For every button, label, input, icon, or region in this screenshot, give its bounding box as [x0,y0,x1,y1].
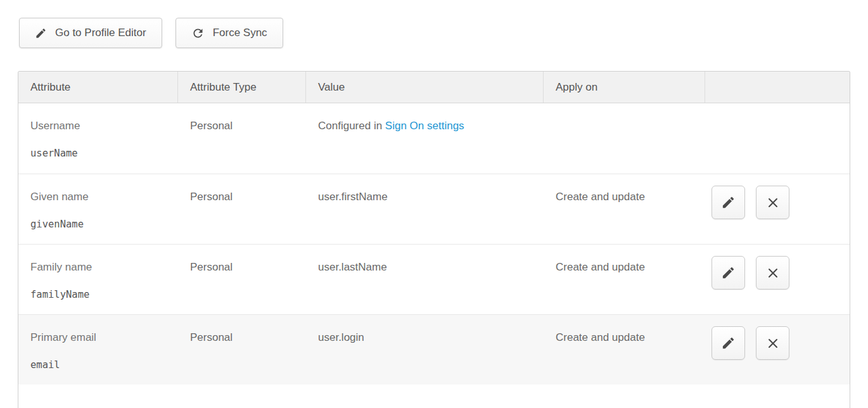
attribute-mapping-table: Attribute Attribute Type Value Apply on … [18,71,850,408]
edit-attribute-button[interactable] [712,326,745,360]
apply-on-cell: Create and update [544,315,705,385]
header-actions [705,72,850,103]
actions-cell [705,315,850,385]
pencil-icon [721,195,736,210]
header-value: Value [306,72,544,103]
actions-cell [705,174,850,244]
refresh-icon [191,27,205,40]
apply-on-cell: Create and update [544,245,705,314]
value-prefix: Configured in [318,120,385,132]
edit-attribute-button[interactable] [712,256,745,290]
delete-attribute-button[interactable] [756,256,789,290]
toolbar: Go to Profile Editor Force Sync [19,18,868,48]
attribute-variable-name: givenName [30,219,172,231]
attribute-cell: Username userName [18,103,178,174]
attribute-variable-name: userName [30,148,172,160]
value-cell: user.login [306,315,544,385]
close-icon [766,196,780,210]
delete-attribute-button[interactable] [756,326,789,360]
attribute-variable-name: familyName [30,289,172,301]
close-icon [766,336,780,350]
edit-attribute-button[interactable] [712,186,745,219]
value-cell: user.firstName [306,174,544,244]
go-to-profile-editor-label: Go to Profile Editor [55,27,146,39]
apply-on-cell [544,103,705,174]
sign-on-settings-link[interactable]: Sign On settings [385,120,464,132]
close-icon [766,266,780,280]
attribute-cell: Given name givenName [18,174,178,244]
value-cell: Configured in Sign On settings [306,103,544,174]
attribute-label: Username [30,119,172,132]
table-empty-area [18,385,850,408]
attribute-type-cell: Personal [178,315,306,385]
attribute-type-cell: Personal [178,174,306,244]
force-sync-label: Force Sync [213,27,267,39]
value-cell: user.lastName [306,245,544,314]
delete-attribute-button[interactable] [756,186,789,219]
attribute-type-cell: Personal [178,103,306,174]
table-header-row: Attribute Attribute Type Value Apply on [18,72,850,103]
go-to-profile-editor-button[interactable]: Go to Profile Editor [19,18,162,48]
attribute-label: Primary email [30,331,172,344]
apply-on-cell: Create and update [544,174,705,244]
force-sync-button[interactable]: Force Sync [176,18,283,48]
attribute-variable-name: email [30,359,172,371]
attribute-cell: Primary email email [18,315,178,385]
attribute-cell: Family name familyName [18,245,178,314]
table-row: Username userName Personal Configured in… [18,103,850,174]
header-attribute-type: Attribute Type [178,72,306,103]
attribute-label: Family name [30,260,172,274]
attribute-type-cell: Personal [178,245,306,314]
pencil-icon [35,27,47,39]
header-attribute: Attribute [18,72,178,103]
table-row: Given name givenName Personal user.first… [18,174,850,244]
pencil-icon [721,336,736,350]
table-row: Primary email email Personal user.login … [18,314,850,385]
attribute-label: Given name [30,190,172,203]
pencil-icon [721,265,736,280]
header-apply-on: Apply on [544,72,705,103]
actions-cell [705,103,850,174]
table-row: Family name familyName Personal user.las… [18,244,850,314]
actions-cell [705,245,850,314]
